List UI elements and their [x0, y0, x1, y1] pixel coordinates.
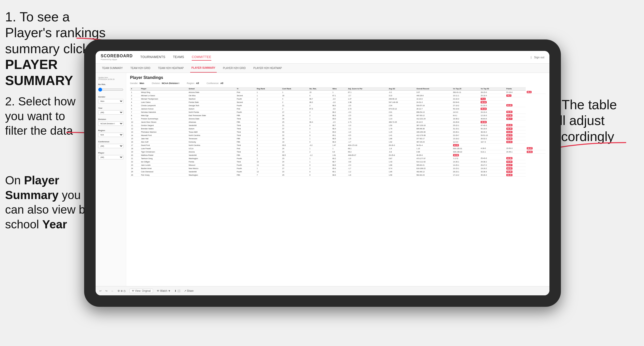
- table-cell: Fourth: [236, 163, 256, 167]
- sub-nav-player-h2h-grid[interactable]: PLAYER H2H GRID: [222, 64, 247, 73]
- table-row[interactable]: 1Wenyi DingArizona StateFirst1115167.1-3…: [130, 91, 546, 94]
- no-rds-slider[interactable]: [98, 88, 123, 92]
- table-row[interactable]: 13Phichaksn MaichonTexas A&MThird630169.…: [130, 130, 546, 134]
- table-cell: 1: [256, 94, 281, 97]
- undo-btn[interactable]: ↩: [99, 289, 101, 292]
- table-cell: Jacob Skov Olesen: [140, 120, 188, 124]
- table-row[interactable]: 12Brendan ValdesAuburnThird537068.4-1.11…: [130, 127, 546, 130]
- table-cell: 4: [256, 147, 281, 150]
- table-cell: Arkansas: [188, 120, 236, 124]
- table-row[interactable]: 4Luke ClatonFlorida StateSecond1268.2-1.…: [130, 101, 546, 104]
- table-cell: 67.1: [331, 94, 347, 97]
- table-cell: 412-221-24: [415, 117, 452, 120]
- table-cell: 10-10-0: [415, 97, 452, 101]
- table-cell: 0.74: [388, 167, 416, 170]
- table-cell: 1.15: [388, 130, 416, 134]
- table-cell: 3: [256, 120, 281, 124]
- table-row[interactable]: 24Bastien AmatNew MexicoFourth127269.4-1…: [130, 167, 546, 170]
- table-cell: 20: [130, 154, 140, 157]
- nav-tournaments[interactable]: TOURNAMENTS: [140, 54, 165, 61]
- table-cell: 11-5-3: [452, 140, 480, 144]
- table-row[interactable]: 2Michael Le SassoOle MissSecond118067.1-…: [130, 94, 546, 97]
- table-row[interactable]: 8Mats EgeEast Tennessee StateFifth124268…: [130, 114, 546, 117]
- table-cell: 2: [308, 167, 331, 170]
- table-row[interactable]: 21Taehoon SongWashingtonFourth123169.2-1…: [130, 157, 546, 160]
- division-select[interactable]: NCAA Division I: [98, 121, 123, 126]
- sign-out-link[interactable]: Sign out: [534, 56, 544, 59]
- share-btn[interactable]: ↗ Share: [184, 289, 194, 292]
- nav-committee[interactable]: COMMITTEE: [192, 54, 211, 61]
- table-row[interactable]: 25Cole SherwoodVanderbiltFourth1223069.1…: [130, 170, 546, 173]
- logo-area: SCOREBOARD Powered by dippa: [101, 54, 133, 61]
- watch-btn[interactable]: 👁 Watch ▼: [157, 289, 171, 292]
- table-cell: 1: [281, 91, 308, 94]
- redo-btn[interactable]: ↪: [105, 289, 107, 292]
- table-cell: 1: [256, 117, 281, 120]
- table-cell: Petr Hruby: [140, 173, 188, 177]
- table-cell: -3.0: [331, 107, 347, 110]
- table-cell: 42.35: [452, 144, 480, 147]
- table-row[interactable]: 10Jacob Skov OlesenArkansasFifth32566.4-…: [130, 120, 546, 124]
- table-cell: 674-33-12: [388, 107, 416, 110]
- table-cell: Phichaksn Maichon: [140, 130, 188, 134]
- table-row[interactable]: 18Luke PowellUCLAFirst4241169.1-1.81.135…: [130, 147, 546, 150]
- table-row[interactable]: 17David FordNorth CarolinaThird909.0-0.2…: [130, 144, 546, 147]
- table-row[interactable]: 23Jack LundinMissouriFourth1124068.6-2.3…: [130, 163, 546, 167]
- table-row[interactable]: 20Matthew RiedelVanderbiltFifth668.5-1.2…: [130, 154, 546, 157]
- table-row[interactable]: 9Preston SummerhaysArizona StateThird134…: [130, 117, 546, 120]
- table-row[interactable]: 6Jackson KoivunAuburnFirst1267.3-3.02.72…: [130, 107, 546, 110]
- sub-nav-player-summary[interactable]: PLAYER SUMMARY: [190, 64, 217, 73]
- table-cell: 1: [256, 114, 281, 117]
- nav-teams[interactable]: TEAMS: [173, 54, 184, 61]
- sidebar-filters: Update time: 27/03/2024 16:56:26 No Rds.…: [96, 73, 126, 286]
- toolbar-icons[interactable]: ⚙ ⊕ ◷: [118, 289, 126, 292]
- download-btn[interactable]: ⬇ ⬜: [174, 289, 180, 292]
- table-row[interactable]: 19Tiger ChristensenArizonaThird52320.669…: [130, 150, 546, 154]
- table-cell: 63-54-6: [452, 101, 480, 104]
- table-row[interactable]: 3Michael ThorbjornsenStanfordFourth2468.…: [130, 97, 546, 101]
- table-cell: Bastien Amat: [140, 167, 188, 170]
- table-cell: Luke Claton: [140, 101, 188, 104]
- table-cell: 10-11-1: [452, 94, 480, 97]
- table-cell: 489-72-25: [388, 120, 416, 124]
- region-select[interactable]: N/A: [98, 133, 123, 137]
- table-row[interactable]: 15Jake HallTennesseeFifth718168.5-1.51.6…: [130, 137, 546, 140]
- back-btn[interactable]: ←: [111, 289, 114, 292]
- table-row[interactable]: 7Nicholas GabrelcikNorth FloridaFourth12…: [130, 110, 546, 114]
- table-cell: 14-20-1: [452, 163, 480, 167]
- table-cell: 0: [308, 140, 331, 144]
- table-cell: Jake Hall: [140, 137, 188, 140]
- table-cell: Fourth: [236, 110, 256, 114]
- gender-select[interactable]: Men: [98, 99, 123, 103]
- table-cell: 38.45: [505, 173, 526, 177]
- table-cell: -3.2: [388, 91, 416, 94]
- table-cell: 9: [130, 117, 140, 120]
- table-cell: -1.7: [347, 140, 388, 144]
- conference-select[interactable]: (All): [98, 144, 123, 148]
- sub-nav-team-h2h-heatmap[interactable]: TEAM H2H HEATMAP: [157, 64, 185, 73]
- filter-row: Gender: Men Division: NCAA Division I Re…: [130, 82, 546, 85]
- table-row[interactable]: 16Alex GoffKentuckyFifth919068.3-1.71.92…: [130, 140, 546, 144]
- table-cell: 1: [130, 91, 140, 94]
- table-row[interactable]: 26Petr HrubyWashingtonFifth725068.6-1.61…: [130, 173, 546, 177]
- table-cell: Wenyi Ding: [140, 91, 188, 94]
- table-row[interactable]: 22Ian GilliganFloridaThird1024168.7-0.81…: [130, 160, 546, 163]
- table-cell: Jackson Koivun: [140, 107, 188, 110]
- table-row[interactable]: 5Christo LamprechtGeorgia TechFourth2212…: [130, 104, 546, 107]
- sub-nav-team-h2h-grid[interactable]: TEAM H2H GRID: [129, 64, 152, 73]
- view-btn[interactable]: 👁 View: Original: [130, 289, 153, 293]
- table-cell: 68.4: [331, 127, 347, 130]
- sub-nav-team-summary[interactable]: TEAM SUMMARY: [101, 64, 124, 73]
- table-cell: Fifth: [236, 140, 256, 144]
- table-cell: 19-16-2: [480, 167, 505, 170]
- table-row[interactable]: 11Gordon SargentVanderbiltThird421068.7-…: [130, 124, 546, 127]
- sub-nav-player-h2h-heatmap[interactable]: PLAYER H2H HEATMAP: [252, 64, 283, 73]
- table-cell: Third: [236, 144, 256, 147]
- player-select[interactable]: (All): [98, 155, 123, 159]
- table-cell: 2: [308, 110, 331, 114]
- year-select[interactable]: (All): [98, 110, 123, 115]
- table-cell: 15: [130, 137, 140, 140]
- table-cell: 467-29-23: [415, 140, 452, 144]
- table-row[interactable]: 14Maxwell FordNorth CarolinaThird322069.…: [130, 134, 546, 137]
- col-conf-rank: Conf Rank: [281, 87, 308, 91]
